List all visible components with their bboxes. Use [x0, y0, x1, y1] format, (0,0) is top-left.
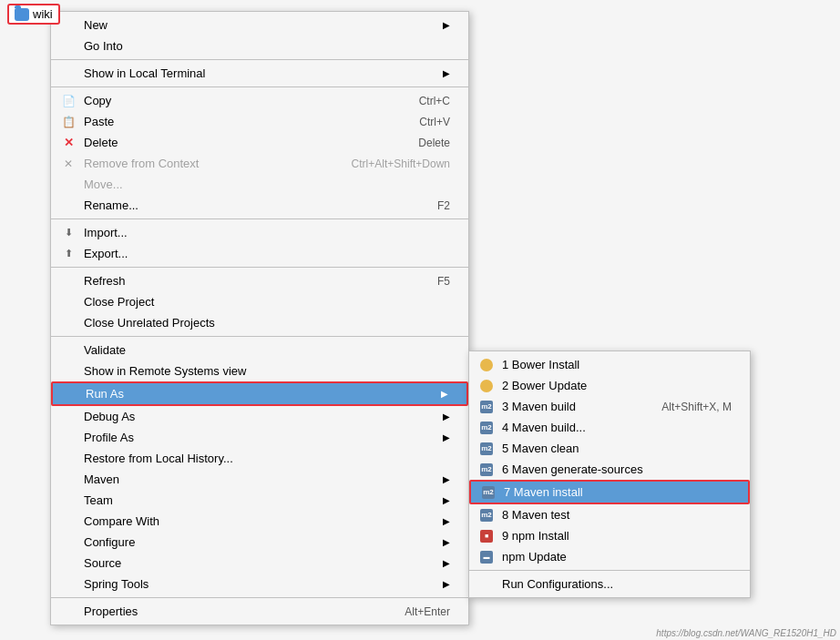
submenu-item-maven-build[interactable]: m2 3 Maven build Alt+Shift+X, M: [469, 396, 750, 417]
menu-item-rename[interactable]: Rename... F2: [51, 195, 468, 216]
paste-icon: [60, 114, 77, 130]
npm-install-icon: ■: [478, 528, 495, 544]
configure-arrow: ▶: [425, 537, 450, 547]
bower-install-icon: [478, 357, 495, 373]
menu-item-move[interactable]: Move...: [51, 174, 468, 195]
menu-item-close-unrelated[interactable]: Close Unrelated Projects: [51, 312, 468, 333]
properties-label: Properties: [84, 604, 138, 618]
show-local-terminal-arrow: ▶: [425, 68, 450, 78]
maven-build-shortcut: Alt+Shift+X, M: [634, 401, 732, 413]
menu-item-debug-as[interactable]: Debug As ▶: [51, 406, 468, 427]
delete-icon: [60, 135, 77, 151]
source-arrow: ▶: [425, 558, 450, 568]
menu-item-maven[interactable]: Maven ▶: [51, 469, 468, 490]
npm-install-label: 9 npm Install: [502, 529, 569, 543]
copy-label: Copy: [84, 94, 111, 107]
menu-item-compare-with[interactable]: Compare With ▶: [51, 511, 468, 532]
spring-tools-label: Spring Tools: [84, 577, 149, 591]
menu-item-spring-tools[interactable]: Spring Tools ▶: [51, 574, 468, 594]
team-label: Team: [84, 493, 113, 507]
menu-item-copy[interactable]: Copy Ctrl+C: [51, 90, 468, 111]
maven-install-icon: m2: [480, 484, 497, 501]
close-unrelated-label: Close Unrelated Projects: [84, 316, 215, 330]
maven-generate-label: 6 Maven generate-sources: [502, 462, 643, 476]
maven-build2-label: 4 Maven build...: [502, 421, 586, 434]
debug-as-label: Debug As: [84, 410, 135, 423]
separator-4: [51, 267, 468, 268]
menu-item-paste[interactable]: Paste Ctrl+V: [51, 111, 468, 132]
submenu-item-bower-update[interactable]: 2 Bower Update: [469, 375, 750, 396]
maven-test-icon: m2: [478, 507, 495, 523]
properties-shortcut: Alt+Enter: [377, 605, 450, 618]
wiki-text: wiki: [33, 7, 53, 21]
menu-item-go-into[interactable]: Go Into: [51, 36, 468, 56]
copy-icon: [60, 93, 77, 109]
compare-with-arrow: ▶: [425, 516, 450, 526]
go-into-label: Go Into: [84, 39, 123, 53]
menu-item-validate[interactable]: Validate: [51, 340, 468, 361]
menu-item-import[interactable]: Import...: [51, 222, 468, 243]
submenu-item-npm-install[interactable]: ■ 9 npm Install: [469, 525, 750, 546]
maven-build-icon: m2: [478, 399, 495, 415]
maven-build2-icon: m2: [478, 420, 495, 436]
separator-2: [51, 86, 468, 87]
delete-label: Delete: [84, 136, 118, 149]
menu-item-configure[interactable]: Configure ▶: [51, 532, 468, 553]
menu-item-remove-context[interactable]: Remove from Context Ctrl+Alt+Shift+Down: [51, 153, 468, 174]
maven-clean-icon: m2: [478, 441, 495, 457]
menu-item-show-remote[interactable]: Show in Remote Systems view: [51, 361, 468, 381]
submenu-item-maven-generate[interactable]: m2 6 Maven generate-sources: [469, 459, 750, 480]
wiki-label[interactable]: wiki: [7, 4, 60, 25]
menu-item-team[interactable]: Team ▶: [51, 490, 468, 511]
menu-item-refresh[interactable]: Refresh F5: [51, 270, 468, 291]
menu-item-restore-history[interactable]: Restore from Local History...: [51, 448, 468, 469]
submenu-separator: [469, 570, 750, 571]
npm-update-label: npm Update: [502, 550, 567, 564]
separator-6: [51, 597, 468, 598]
submenu-item-npm-update[interactable]: ▬ npm Update: [469, 546, 750, 567]
maven-generate-icon: m2: [478, 462, 495, 478]
spring-tools-arrow: ▶: [425, 579, 450, 589]
refresh-shortcut: F5: [410, 275, 450, 288]
maven-label: Maven: [84, 472, 119, 486]
import-label: Import...: [84, 226, 128, 239]
menu-item-source[interactable]: Source ▶: [51, 553, 468, 574]
bower-update-icon: [478, 378, 495, 394]
rename-shortcut: F2: [410, 199, 450, 212]
bower-update-label: 2 Bower Update: [502, 379, 587, 392]
submenu-item-maven-install[interactable]: m2 7 Maven install: [469, 480, 750, 504]
new-label: New: [84, 18, 108, 32]
run-as-label: Run As: [86, 387, 124, 401]
close-project-label: Close Project: [84, 295, 154, 309]
menu-item-new[interactable]: New ▶: [51, 15, 468, 36]
remove-context-shortcut: Ctrl+Alt+Shift+Down: [324, 157, 450, 170]
separator-1: [51, 59, 468, 60]
submenu-item-maven-test[interactable]: m2 8 Maven test: [469, 504, 750, 525]
maven-arrow: ▶: [425, 474, 450, 484]
debug-as-arrow: ▶: [425, 411, 450, 422]
run-as-submenu: 1 Bower Install 2 Bower Update m2 3 Mave…: [468, 350, 751, 598]
menu-item-profile-as[interactable]: Profile As ▶: [51, 427, 468, 448]
submenu-item-maven-clean[interactable]: m2 5 Maven clean: [469, 438, 750, 459]
wiki-folder-icon: [15, 8, 29, 21]
menu-item-show-local-terminal[interactable]: Show in Local Terminal ▶: [51, 63, 468, 84]
menu-item-properties[interactable]: Properties Alt+Enter: [51, 601, 468, 622]
submenu-item-bower-install[interactable]: 1 Bower Install: [469, 354, 750, 375]
delete-shortcut: Delete: [391, 137, 450, 149]
menu-item-export[interactable]: Export...: [51, 243, 468, 264]
refresh-label: Refresh: [84, 274, 126, 288]
menu-item-delete[interactable]: Delete Delete: [51, 132, 468, 153]
submenu-item-run-configurations[interactable]: Run Configurations...: [469, 574, 750, 594]
validate-label: Validate: [84, 343, 126, 357]
copy-shortcut: Ctrl+C: [392, 95, 450, 107]
rename-label: Rename...: [84, 198, 138, 212]
remove-context-label: Remove from Context: [84, 157, 199, 170]
menu-item-run-as[interactable]: Run As ▶: [51, 381, 468, 406]
export-icon: [60, 246, 77, 262]
remove-icon: [60, 156, 77, 172]
watermark: https://blog.csdn.net/WANG_RE1520H1_HD: [656, 628, 836, 638]
profile-as-arrow: ▶: [425, 432, 450, 442]
menu-item-close-project[interactable]: Close Project: [51, 291, 468, 312]
submenu-item-maven-build2[interactable]: m2 4 Maven build...: [469, 417, 750, 438]
run-as-arrow: ▶: [423, 389, 448, 399]
